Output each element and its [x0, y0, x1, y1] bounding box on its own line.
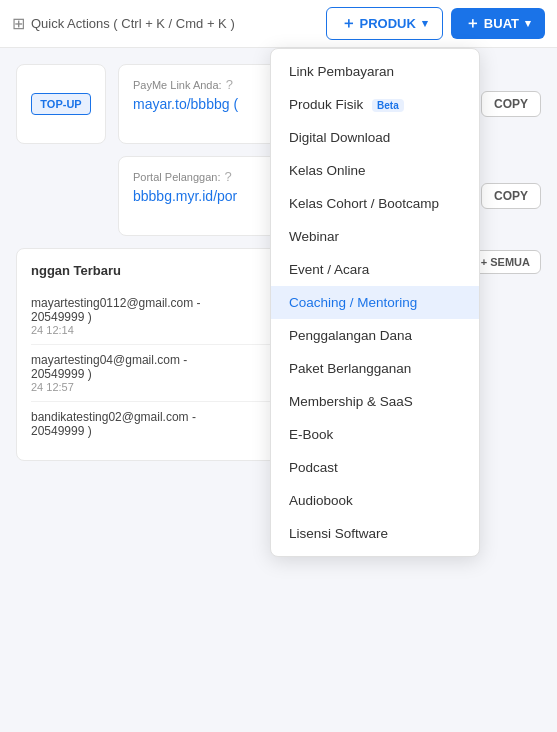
dropdown-item-paket[interactable]: Paket Berlangganan: [271, 352, 479, 385]
dropdown-item-audiobook[interactable]: Audiobook: [271, 484, 479, 517]
spacer: [16, 156, 106, 236]
dropdown-item-produk-fisik[interactable]: Produk Fisik Beta: [271, 88, 479, 121]
produk-button[interactable]: ＋ PRODUK ▾: [326, 7, 443, 40]
quick-actions-area: ⊞ Quick Actions ( Ctrl + K / Cmd + K ): [12, 14, 318, 33]
quick-actions-label: Quick Actions ( Ctrl + K / Cmd + K ): [31, 16, 235, 31]
dropdown-item-lisensi[interactable]: Lisensi Software: [271, 517, 479, 550]
dropdown-item-digital-download[interactable]: Digital Download: [271, 121, 479, 154]
top-up-badge[interactable]: TOP-UP: [31, 93, 90, 115]
buat-chevron-icon: ▾: [525, 17, 531, 30]
dropdown-item-penggalangan[interactable]: Penggalangan Dana: [271, 319, 479, 352]
dropdown-item-ebook[interactable]: E-Book: [271, 418, 479, 451]
lihat-semua-button[interactable]: + SEMUA: [470, 250, 541, 274]
dropdown-item-kelas-cohort[interactable]: Kelas Cohort / Bootcamp: [271, 187, 479, 220]
produk-label: PRODUK: [360, 16, 416, 31]
dropdown-menu: Link Pembayaran Produk Fisik Beta Digita…: [270, 48, 480, 557]
dropdown-item-coaching[interactable]: Coaching / Mentoring: [271, 286, 479, 319]
dropdown-item-podcast[interactable]: Podcast: [271, 451, 479, 484]
portal-help-icon: ?: [224, 169, 231, 184]
buat-button[interactable]: ＋ BUAT ▾: [451, 8, 545, 39]
dropdown-item-event[interactable]: Event / Acara: [271, 253, 479, 286]
grid-icon: ⊞: [12, 14, 25, 33]
beta-badge: Beta: [372, 99, 404, 112]
produk-chevron-icon: ▾: [422, 17, 428, 30]
copy-portal-button[interactable]: COPY: [481, 183, 541, 209]
payme-help-icon: ?: [226, 77, 233, 92]
dropdown-item-link-pembayaran[interactable]: Link Pembayaran: [271, 55, 479, 88]
buat-plus-icon: ＋: [465, 14, 480, 33]
dropdown-item-kelas-online[interactable]: Kelas Online: [271, 154, 479, 187]
top-up-card: TOP-UP: [16, 64, 106, 144]
buat-label: BUAT: [484, 16, 519, 31]
dropdown-item-webinar[interactable]: Webinar: [271, 220, 479, 253]
dropdown-item-membership[interactable]: Membership & SaaS: [271, 385, 479, 418]
toolbar: ⊞ Quick Actions ( Ctrl + K / Cmd + K ) ＋…: [0, 0, 557, 48]
copy-payme-button[interactable]: COPY: [481, 91, 541, 117]
produk-plus-icon: ＋: [341, 14, 356, 33]
